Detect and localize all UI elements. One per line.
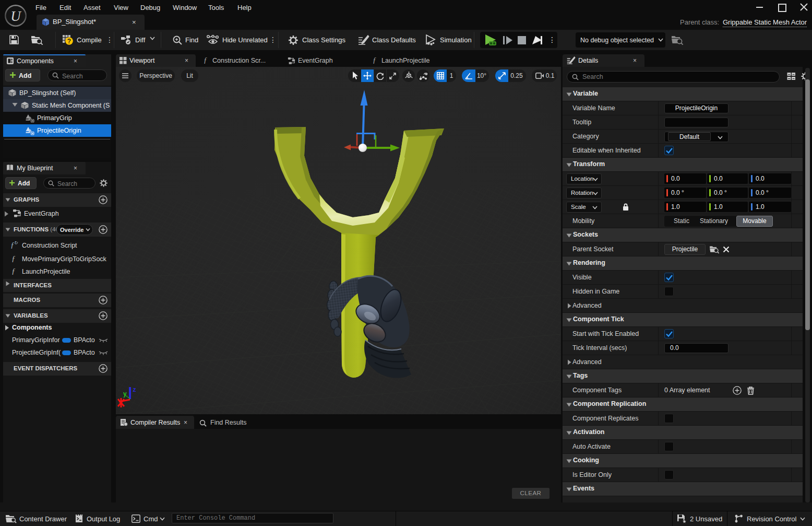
svg-text:z: z [133,385,136,393]
svg-text:?: ? [67,38,71,45]
svg-text:y: y [123,390,127,398]
svg-text:U: U [10,8,21,24]
